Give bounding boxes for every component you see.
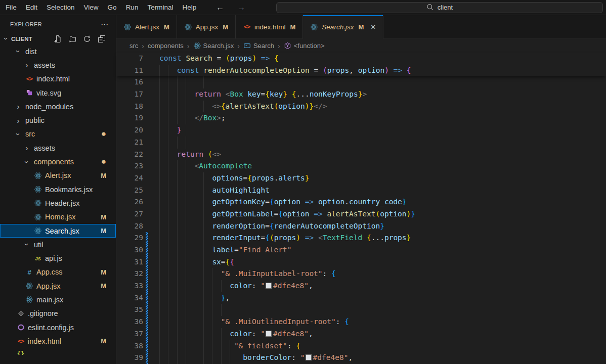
tree-item-assets[interactable]: ›assets <box>0 58 116 72</box>
modified-badge: M <box>101 227 106 235</box>
code-line-33[interactable]: 33color: "#dfe4e8", <box>116 280 606 292</box>
close-icon[interactable]: ✕ <box>370 23 376 31</box>
menu-selection[interactable]: Selection <box>42 2 79 13</box>
code-line-35[interactable]: 35 <box>116 304 606 316</box>
code-line-7[interactable]: 7const Search = (props) => { <box>116 53 606 65</box>
chevron-down-icon: › <box>14 48 23 56</box>
menu-view[interactable]: View <box>79 2 103 13</box>
code-line-29[interactable]: 29renderInput={(props) => <TextField {..… <box>116 232 606 244</box>
menu-help[interactable]: Help <box>178 2 201 13</box>
tree-item-vite.svg[interactable]: vite.svg <box>0 86 116 100</box>
explorer-sidebar: EXPLORER ⋯ › CLIENT ›dist›assets<>index.… <box>0 15 116 364</box>
react-icon <box>34 227 42 235</box>
code-line-30[interactable]: 30label="Find Alert" <box>116 244 606 256</box>
tab-Alert.jsx[interactable]: Alert.jsxM <box>116 15 177 38</box>
refresh-icon <box>83 35 91 43</box>
tab-bar: Alert.jsxMApp.jsxM<>index.htmlMSearch.js… <box>116 15 606 39</box>
workspace-section-header[interactable]: › CLIENT <box>0 33 116 44</box>
modified-badge: M <box>101 282 106 290</box>
tree-item-util[interactable]: ›util <box>0 238 116 251</box>
code-line-18[interactable]: 18<>{alertAsText(option)}</> <box>116 101 606 113</box>
tree-item-main.jsx[interactable]: main.jsx <box>0 293 116 306</box>
code-line-26[interactable]: 26getOptionKey={option => option.country… <box>116 196 606 208</box>
tab-Search.jsx[interactable]: Search.jsxM✕ <box>303 15 383 39</box>
menu-file[interactable]: File <box>1 2 21 13</box>
code-line-19[interactable]: 19</Box>; <box>116 112 606 124</box>
code-line-17[interactable]: 17return <Box key={key} {...nonKeyProps}… <box>116 88 606 101</box>
breadcrumb[interactable]: src›components›Search.jsx›Search›<functi… <box>116 39 606 53</box>
code-line-37[interactable]: 37color: "#dfe4e8", <box>116 328 606 340</box>
tree-item-public[interactable]: ›public <box>0 113 116 127</box>
menu-terminal[interactable]: Terminal <box>143 2 178 13</box>
code-line-28[interactable]: 28renderOption={renderAutocompleteOption… <box>116 220 606 233</box>
code-line-11[interactable]: 11const renderAutocompleteOption = (prop… <box>116 65 606 77</box>
react-icon <box>193 42 201 50</box>
tree-item-Bookmarks.jsx[interactable]: Bookmarks.jsx <box>0 183 116 196</box>
code-line-22[interactable]: 22return (<> <box>116 149 606 161</box>
navigate-back-icon[interactable]: ← <box>216 4 224 12</box>
new-file-icon <box>54 35 62 43</box>
tree-item-App.jsx[interactable]: App.jsxM <box>0 279 116 293</box>
collapse-all-button[interactable] <box>98 35 106 43</box>
tree-item-eslint.config.js[interactable]: eslint.config.js <box>0 321 116 334</box>
tree-item-App.css[interactable]: #App.cssM <box>0 265 116 279</box>
code-line-39[interactable]: 39borderColor: "#dfe4e8", <box>116 352 606 364</box>
breadcrumb-item-1[interactable]: components <box>148 42 184 50</box>
tab-App.jsx[interactable]: App.jsxM <box>177 15 236 38</box>
tree-item-partial[interactable]: {} <box>0 348 116 355</box>
menu-edit[interactable]: Edit <box>21 2 42 13</box>
modified-badge: M <box>101 213 106 221</box>
new-folder-icon <box>68 35 76 43</box>
breadcrumb-item-2[interactable]: Search.jsx <box>193 42 234 50</box>
color-swatch <box>306 354 312 360</box>
more-actions-icon[interactable]: ⋯ <box>101 20 109 29</box>
workspace-name: CLIENT <box>11 36 32 42</box>
chevron-down-icon: › <box>14 130 23 138</box>
navigate-forward-icon[interactable]: → <box>237 4 245 12</box>
breadcrumb-item-3[interactable]: Search <box>243 42 274 50</box>
new-folder-button[interactable] <box>68 35 76 43</box>
code-editor[interactable]: 7const Search = (props) => {11const rend… <box>116 53 606 364</box>
react-icon <box>34 213 42 221</box>
breadcrumb-item-4[interactable]: <function> <box>284 42 325 50</box>
tree-item-node_modules[interactable]: ›node_modules <box>0 100 116 113</box>
code-line-31[interactable]: 31sx={{ <box>116 256 606 268</box>
tree-item-.gitignore[interactable]: .gitignore <box>0 307 116 321</box>
tree-item-index.html[interactable]: <>index.htmlM <box>0 334 116 348</box>
code-line-38[interactable]: 38"& fieldset": { <box>116 340 606 352</box>
code-line-25[interactable]: 25autoHighlight <box>116 185 606 197</box>
breadcrumb-item-0[interactable]: src <box>129 42 138 50</box>
tree-item-Header.jsx[interactable]: Header.jsx <box>0 196 116 210</box>
code-line-20[interactable]: 20} <box>116 124 606 136</box>
tree-item-Home.jsx[interactable]: Home.jsxM <box>0 210 116 224</box>
code-line-34[interactable]: 34}, <box>116 292 606 304</box>
code-line-24[interactable]: 24options={props.alerts} <box>116 172 606 185</box>
command-center-search[interactable]: client <box>276 2 603 13</box>
json-icon: {} <box>17 350 25 355</box>
tree-item-index.html[interactable]: <>index.html <box>0 72 116 86</box>
breadcrumb-separator: › <box>237 42 240 50</box>
tree-item-Alert.jsx[interactable]: Alert.jsxM <box>0 169 116 183</box>
code-line-27[interactable]: 27getOptionLabel={option => alertAsText(… <box>116 208 606 220</box>
menu-run[interactable]: Run <box>121 2 143 13</box>
modified-gutter-indicator <box>146 352 148 364</box>
code-line-36[interactable]: 36"& .MuiOutlinedInput-root": { <box>116 316 606 328</box>
modified-gutter-indicator <box>146 232 148 244</box>
menu-go[interactable]: Go <box>103 2 121 13</box>
code-line-32[interactable]: 32"& .MuiInputLabel-root": { <box>116 268 606 280</box>
refresh-button[interactable] <box>83 35 91 43</box>
tree-item-assets[interactable]: ›assets <box>0 141 116 155</box>
eslint-icon <box>17 324 25 332</box>
new-file-button[interactable] <box>54 35 62 43</box>
code-line-21[interactable]: 21 <box>116 136 606 149</box>
css-icon: # <box>25 268 33 276</box>
tree-item-src[interactable]: ›src● <box>0 127 116 141</box>
tab-index.html[interactable]: <>index.htmlM <box>236 15 303 38</box>
code-line-23[interactable]: 23<Autocomplete <box>116 160 606 172</box>
tree-item-components[interactable]: ›components● <box>0 155 116 168</box>
tree-item-dist[interactable]: ›dist <box>0 44 116 58</box>
code-line-16[interactable]: 16 <box>116 76 606 88</box>
tree-item-Search.jsx[interactable]: Search.jsxM <box>0 224 116 238</box>
breadcrumb-separator: › <box>278 42 280 50</box>
tree-item-api.js[interactable]: JSapi.js <box>0 251 116 265</box>
